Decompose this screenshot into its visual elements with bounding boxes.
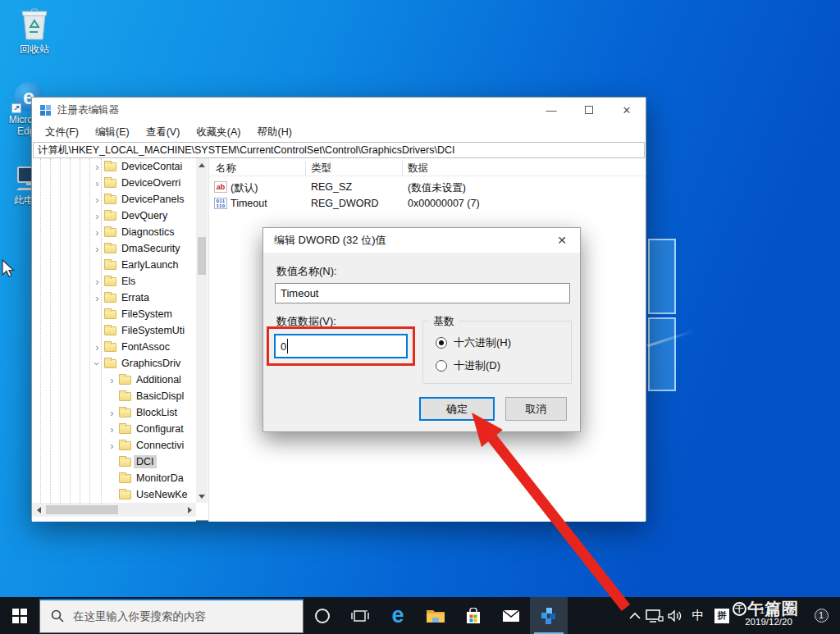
tree-item-DeviceContai[interactable]: ›DeviceContai <box>32 158 196 175</box>
tree-item-Els[interactable]: ›Els <box>32 273 196 290</box>
tree-item-label: Additional <box>134 373 184 386</box>
start-button[interactable] <box>0 597 39 634</box>
tree-item-FileSystem[interactable]: FileSystem <box>32 306 196 322</box>
notification-badge: 1 <box>815 609 829 623</box>
tree-item-Errata[interactable]: ›Errata <box>32 290 196 306</box>
menu-item[interactable]: 查看(V) <box>138 125 189 139</box>
volume-icon[interactable] <box>668 609 684 623</box>
expander-collapsed-icon[interactable]: › <box>91 226 103 239</box>
ime-pinyin-indicator[interactable]: 拼 <box>714 609 729 623</box>
close-button[interactable]: ✕ <box>608 98 646 122</box>
taskbar-edge-button[interactable]: e <box>379 597 417 634</box>
dialog-close-button[interactable]: ✕ <box>544 228 580 253</box>
tree-item-Diagnostics[interactable]: ›Diagnostics <box>32 224 196 240</box>
radio-unselected-icon[interactable] <box>436 360 447 372</box>
value-name: Timeout <box>231 198 267 209</box>
value-row-(默认)[interactable]: ab(默认)REG_SZ(数值未设置) <box>209 180 646 196</box>
tree-item-DevQuery[interactable]: ›DevQuery <box>32 208 196 224</box>
expander-collapsed-icon[interactable]: › <box>106 423 118 436</box>
cortana-icon <box>314 608 331 624</box>
menu-item[interactable]: 帮助(H) <box>249 125 299 139</box>
desktop-icon-recycle-bin[interactable]: 回收站 <box>5 7 64 55</box>
expander-expanded-icon[interactable]: › <box>91 358 103 370</box>
scroll-right-icon[interactable] <box>183 503 196 517</box>
tree-item-FontAssoc[interactable]: ›FontAssoc <box>32 339 196 355</box>
menu-item[interactable]: 编辑(E) <box>87 125 138 139</box>
tree-item-DCI[interactable]: DCI <box>32 454 196 470</box>
expander-collapsed-icon[interactable]: › <box>91 276 103 288</box>
hexadecimal-radio[interactable]: 十六进制(H) <box>436 335 511 350</box>
tree-item-GraphicsDriv[interactable]: ›GraphicsDriv <box>32 355 196 372</box>
scroll-left-icon[interactable] <box>32 503 45 517</box>
expander-collapsed-icon[interactable]: › <box>91 292 103 304</box>
expander-collapsed-icon[interactable]: › <box>91 341 103 353</box>
task-view-icon <box>351 609 369 623</box>
tree-item-DmaSecurity[interactable]: ›DmaSecurity <box>32 240 196 257</box>
taskbar-task-view-button[interactable] <box>341 597 379 634</box>
tree-item-MonitorDa[interactable]: MonitorDa <box>32 470 196 486</box>
cancel-button[interactable]: 取消 <box>505 397 567 421</box>
tree-item-BlockList[interactable]: ›BlockList <box>32 404 196 421</box>
expander-collapsed-icon[interactable]: › <box>106 407 118 419</box>
taskbar-store-button[interactable] <box>454 597 492 634</box>
expander-collapsed-icon[interactable]: › <box>106 440 118 452</box>
registry-tree-pane: ›DeviceContai›DeviceOverri›DevicePanels›… <box>32 158 196 522</box>
folder-icon <box>104 294 116 303</box>
tree-item-Connectivi[interactable]: ›Connectivi <box>32 437 196 454</box>
taskbar-mail-button[interactable] <box>492 597 530 634</box>
tree-item-FileSystemUti[interactable]: FileSystemUti <box>32 322 196 339</box>
menu-bar: 文件(F)编辑(E)查看(V)收藏夹(A)帮助(H) <box>32 122 646 142</box>
decimal-radio[interactable]: 十进制(D) <box>436 358 500 373</box>
action-center-button[interactable]: 1 <box>806 609 837 623</box>
taskbar-cortana-button[interactable] <box>304 597 341 634</box>
edit-dword-dialog: 编辑 DWORD (32 位)值 ✕ 数值名称(N): 数值数据(V): 基数 … <box>262 227 581 432</box>
tree-item-Additional[interactable]: ›Additional <box>32 372 196 388</box>
regedit-cubes-icon <box>539 607 559 625</box>
column-header-name[interactable]: 名称 <box>216 162 236 176</box>
tray-chevron-up-icon[interactable] <box>628 612 641 620</box>
tree-item-Configurat[interactable]: ›Configurat <box>32 421 196 437</box>
scroll-down-icon[interactable] <box>196 490 208 503</box>
expander-collapsed-icon[interactable]: › <box>91 194 103 206</box>
expander-collapsed-icon[interactable]: › <box>106 374 118 386</box>
text-caret <box>287 339 288 353</box>
column-header-data[interactable]: 数据 <box>408 162 428 176</box>
windows-start-icon <box>12 609 27 623</box>
tree-item-BasicDispl[interactable]: BasicDispl <box>32 388 196 404</box>
radio-selected-icon[interactable] <box>436 337 447 349</box>
window-titlebar[interactable]: 注册表编辑器 — ✕ <box>32 98 646 122</box>
expander-collapsed-icon[interactable]: › <box>91 177 103 189</box>
horizontal-scroll-thumb[interactable] <box>46 505 118 514</box>
menu-item[interactable]: 文件(F) <box>37 125 87 139</box>
tree-vertical-scrollbar[interactable] <box>196 158 208 503</box>
expander-collapsed-icon[interactable]: › <box>91 210 103 222</box>
search-input[interactable] <box>73 610 278 623</box>
ok-button[interactable]: 确定 <box>419 397 495 421</box>
expander-collapsed-icon[interactable]: › <box>91 243 103 255</box>
network-icon[interactable] <box>646 609 664 623</box>
menu-item[interactable]: 收藏夹(A) <box>188 125 249 139</box>
folder-icon <box>119 376 131 385</box>
vertical-scroll-thumb[interactable] <box>198 237 206 275</box>
taskbar-file-explorer-button[interactable] <box>417 597 454 634</box>
address-bar[interactable]: 计算机\HKEY_LOCAL_MACHINE\SYSTEM\CurrentCon… <box>33 142 645 158</box>
tree-item-DeviceOverri[interactable]: ›DeviceOverri <box>32 175 196 191</box>
taskbar-regedit-button[interactable] <box>530 597 568 634</box>
scroll-up-icon[interactable] <box>196 158 208 171</box>
value-data: (数值未设置) <box>408 181 466 195</box>
string-value-icon: ab <box>214 181 227 193</box>
tree-item-EarlyLaunch[interactable]: EarlyLaunch <box>32 257 196 273</box>
expander-collapsed-icon[interactable]: › <box>91 161 103 173</box>
dialog-titlebar[interactable]: 编辑 DWORD (32 位)值 <box>263 228 580 253</box>
column-header-type[interactable]: 类型 <box>311 162 331 176</box>
tree-horizontal-scrollbar[interactable] <box>32 503 196 517</box>
tree-item-UseNewKe[interactable]: UseNewKe <box>32 486 196 503</box>
minimize-button[interactable]: — <box>532 98 570 122</box>
value-name-field[interactable] <box>275 283 570 303</box>
taskbar-search-box[interactable] <box>39 599 304 633</box>
value-row-Timeout[interactable]: 011110TimeoutREG_DWORD0x00000007 (7) <box>209 196 646 212</box>
folder-icon <box>119 458 131 467</box>
ime-language-indicator[interactable]: 中 <box>688 608 708 623</box>
maximize-button[interactable] <box>570 98 608 122</box>
tree-item-DevicePanels[interactable]: ›DevicePanels <box>32 191 196 208</box>
